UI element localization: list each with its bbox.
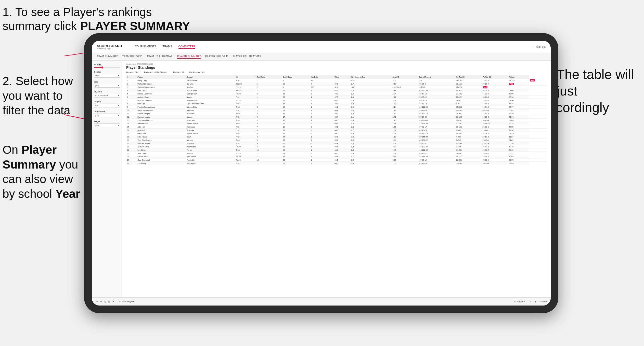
table-header-row: # Player School Yr Reg Rank Conf Rank No… <box>126 75 547 79</box>
back-icon[interactable]: ◁ <box>104 300 106 303</box>
slider-thumb[interactable] <box>101 66 103 68</box>
table-header: Update time: 27/03/2024 16:56:26 Player … <box>126 63 547 73</box>
table-row: 10Jacob Skov OlesenArkansasFifth223168.4… <box>126 109 547 112</box>
table-row: 7Nicholas GabrelickNorth FloridaFourth12… <box>126 99 547 102</box>
instruction-step2: 2. Select how you want to filter the dat… <box>3 74 87 118</box>
table-row: 5Christo LamprechtGeorgia TechFourth2212… <box>126 92 547 95</box>
table-row: 17David FordNorth CarolinaThird421069.0-… <box>126 132 547 135</box>
sidebar: No Rds. Gender Men ▾ <box>92 61 122 297</box>
sign-out-link[interactable]: Sign out <box>536 45 546 48</box>
undo-icon[interactable]: ↩ <box>96 300 98 303</box>
filter-row: Gender: Men Division: NCAA Division I Re… <box>126 71 547 73</box>
instruction-step3: On Player Summary you can also view by s… <box>3 143 89 201</box>
watch-button[interactable]: 👁 Watch ▾ <box>514 300 525 303</box>
table-row: 2Michael Le SassoOle MissSecond118067.1-… <box>126 82 547 86</box>
nav-teams[interactable]: TEAMS <box>163 45 172 49</box>
instruction-step1: 1. To see a Player's rankings summary cl… <box>3 5 190 33</box>
logo: SCOREBOARD Powered by dippd <box>97 44 122 49</box>
table-row: 19Tiger ChristensenArizonaThird523269.2-… <box>126 139 547 142</box>
table-row: 8Mats EgeEast Tennessee StateFifth124268… <box>126 102 547 105</box>
table-body: 1Wenyi DingArizona StateFirst1115167.1-3… <box>126 79 547 165</box>
region-dropdown[interactable]: N/A ▾ <box>94 104 120 107</box>
sidebar-division-section: Division NCAA Division I ▾ <box>94 91 120 98</box>
table-row: 11Gordon SargentVanderbiltThird421068.7-… <box>126 112 547 115</box>
standings-title: Player Standings <box>126 65 547 70</box>
year-dropdown[interactable]: (All) ▾ <box>94 84 120 88</box>
table-row: 24Bastien AmatNew MexicoFourth127269.4-1… <box>126 155 547 158</box>
sub-nav-player-summary[interactable]: PLAYER SUMMARY <box>177 54 201 59</box>
download-icon[interactable]: ⬇ <box>530 300 532 303</box>
refresh-icon[interactable]: ⟳ <box>112 300 114 303</box>
table-row: 18Luke PowellUCLAFirst424169.1-1.81.1350… <box>126 135 547 139</box>
table-row: 15Jake HallTennesseeFifth718068.5-1.51.6… <box>126 125 547 129</box>
table-row: 23Jack LundinMissouriFourth1124068.5-2.3… <box>126 152 547 155</box>
table-area: Update time: 27/03/2024 16:56:26 Player … <box>122 61 551 297</box>
sidebar-conference-section: Conference (All) ▾ <box>94 110 120 117</box>
sub-nav-player-h2h-grid[interactable]: PLAYER H2H GRID <box>205 54 228 59</box>
table-row: 25Cole SherwoodVanderbiltFourth1223169.3… <box>126 158 547 162</box>
table-row: 6Jackson KoivunAuburnFirst127167.3-2.02.… <box>126 95 547 99</box>
sub-nav: TEAM SUMMARY TEAM H2H GRID TEAM H2H HEAT… <box>92 53 551 61</box>
table-row: 16Alex GoffKentuckyFifth819068.3-1.71.92… <box>126 129 547 132</box>
nav-committee[interactable]: COMMITTEE <box>178 45 195 49</box>
table-row: 26Petr HrubyWashingtonFifth725068.6-1.81… <box>126 162 547 165</box>
division-dropdown[interactable]: NCAA Division I ▾ <box>94 94 120 98</box>
tablet-screen: SCOREBOARD Powered by dippd TOURNAMENTS … <box>92 41 551 306</box>
slider-track <box>94 67 120 68</box>
table-row: 4Luke ClatonFlorida StateSecond127268.2-… <box>126 89 547 92</box>
sub-nav-player-h2h-heatmap[interactable]: PLAYER H2H HEATMAP <box>233 54 261 59</box>
table-row: 22Ian GilliganFloridaThird1024168.7-0.81… <box>126 148 547 152</box>
table-row: 21Taehoon SongWashingtonFourth523169.1-1… <box>126 145 547 148</box>
table-row: 20Matthew RiedelVanderbiltFifth922068.8-… <box>126 142 547 145</box>
table-row: 1Wenyi DingArizona StateFirst1115167.1-3… <box>126 79 547 82</box>
sub-nav-team-summary[interactable]: TEAM SUMMARY <box>97 54 118 59</box>
sidebar-player-section: Player (All) ▾ <box>94 120 120 127</box>
sidebar-no-rids: No Rds. <box>94 64 120 68</box>
slider-container <box>94 67 120 68</box>
nav-tournaments[interactable]: TOURNAMENTS <box>135 45 157 49</box>
update-time: Update time: 27/03/2024 16:56:26 <box>126 63 547 65</box>
sidebar-region-section: Region N/A ▾ <box>94 101 120 107</box>
sidebar-gender-section: Gender Men ▾ <box>94 71 120 78</box>
sub-nav-team-h2h-heatmap[interactable]: TEAM H2H HEATMAP <box>147 54 173 59</box>
sidebar-year-section: Year (All) ▾ <box>94 81 120 88</box>
copy-icon[interactable]: ⊞ <box>108 300 110 303</box>
bottom-toolbar: ↩ ↪ ◁ ⊞ ⟳ 👁 View: Original 👁 Watch ▾ ⬇ ⊞… <box>92 297 551 306</box>
standings-table: # Player School Yr Reg Rank Conf Rank No… <box>126 75 547 165</box>
slider-fill <box>94 67 102 68</box>
nav-right: | Sign out <box>534 45 546 48</box>
sub-nav-team-h2h-grid[interactable]: TEAM H2H GRID <box>122 54 142 59</box>
view-label: 👁 View: Original <box>119 300 134 303</box>
table-row: 12Brendan ValdesAuburnFifth537068.4-1.11… <box>126 115 547 119</box>
gender-dropdown[interactable]: Men ▾ <box>94 74 120 78</box>
grid-icon[interactable]: ⊞ <box>534 300 536 303</box>
table-row: 14Maxwell FordNorth CarolinaThird322069.… <box>126 122 547 125</box>
nav-links: TOURNAMENTS TEAMS COMMITTEE <box>135 45 195 49</box>
share-button[interactable]: ↗ Share <box>539 300 547 303</box>
conference-dropdown[interactable]: (All) ▾ <box>94 114 120 117</box>
nav-bar: SCOREBOARD Powered by dippd TOURNAMENTS … <box>92 41 551 53</box>
toolbar-icons: ↩ ↪ ◁ ⊞ ⟳ <box>96 300 114 303</box>
table-row: 3Michael ThorbjornsenStanfordFourth2168.… <box>126 86 547 89</box>
table-row: 9Preston SummerhaysArizona StateThird324… <box>126 105 547 109</box>
main-content: No Rds. Gender Men ▾ <box>92 61 551 297</box>
player-dropdown[interactable]: (All) ▾ <box>94 123 120 127</box>
redo-icon[interactable]: ↪ <box>100 300 102 303</box>
table-row: 13Phichaksn MaichonTexas A&MThird630169.… <box>126 119 547 122</box>
tablet: SCOREBOARD Powered by dippd TOURNAMENTS … <box>84 33 558 313</box>
